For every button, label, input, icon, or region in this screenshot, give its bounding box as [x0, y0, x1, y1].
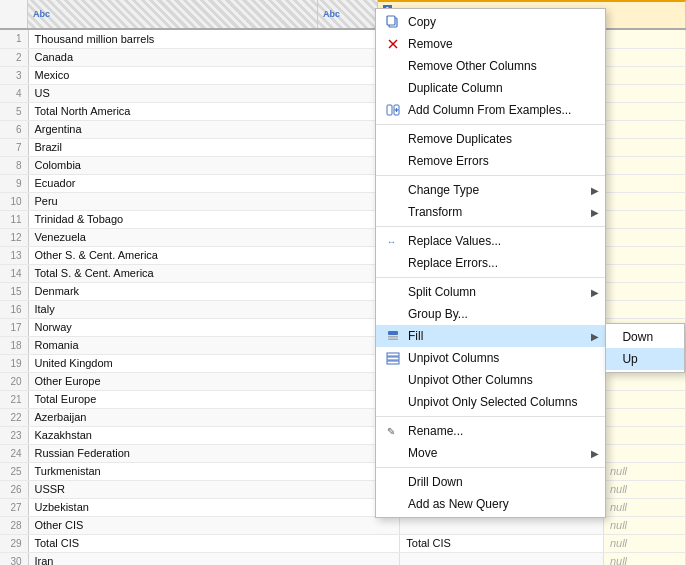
fill-submenu-arrow: ▶: [591, 331, 599, 342]
copy-label: Copy: [408, 15, 436, 29]
duplicate-column-label: Duplicate Column: [408, 81, 503, 95]
svg-rect-4: [387, 105, 392, 115]
menu-item-copy[interactable]: Copy: [376, 11, 605, 33]
svg-rect-14: [387, 361, 399, 364]
add-as-new-query-label: Add as New Query: [408, 497, 509, 511]
group-by-label: Group By...: [408, 307, 468, 321]
menu-separator: [376, 226, 605, 227]
col3-cell: [603, 192, 685, 210]
menu-item-unpivot-other-columns[interactable]: Unpivot Other Columns: [376, 369, 605, 391]
menu-separator: [376, 175, 605, 176]
col3-cell: [603, 282, 685, 300]
row-number: 24: [0, 444, 28, 462]
menu-item-remove[interactable]: Remove: [376, 33, 605, 55]
col1-cell: Venezuela: [28, 228, 400, 246]
col3-cell: [603, 228, 685, 246]
row-number: 6: [0, 120, 28, 138]
menu-item-add-as-new-query[interactable]: Add as New Query: [376, 493, 605, 515]
col1-cell: Trinidad & Tobago: [28, 210, 400, 228]
row-number: 4: [0, 84, 28, 102]
transform-submenu-arrow: ▶: [591, 207, 599, 218]
col3-cell: null: [603, 480, 685, 498]
fill-submenu-item-fill-up[interactable]: Up: [606, 348, 684, 370]
remove-errors-icon: [384, 154, 402, 168]
col3-cell: [603, 120, 685, 138]
transform-label: Transform: [408, 205, 462, 219]
menu-item-group-by[interactable]: Group By...: [376, 303, 605, 325]
row-number: 12: [0, 228, 28, 246]
col1-cell: Argentina: [28, 120, 400, 138]
col1-cell: Azerbaijan: [28, 408, 400, 426]
menu-item-duplicate-column[interactable]: Duplicate Column: [376, 77, 605, 99]
copy-icon: [384, 15, 402, 29]
col1-cell: Romania: [28, 336, 400, 354]
row-number: 10: [0, 192, 28, 210]
col3-cell: [603, 372, 685, 390]
drill-down-label: Drill Down: [408, 475, 463, 489]
col3-cell: [603, 138, 685, 156]
row-number: 3: [0, 66, 28, 84]
fill-icon: [384, 329, 402, 343]
svg-text:✎: ✎: [387, 426, 395, 437]
menu-item-change-type[interactable]: Change Type▶: [376, 179, 605, 201]
menu-item-remove-errors[interactable]: Remove Errors: [376, 150, 605, 172]
col1-cell: USSR: [28, 480, 400, 498]
fill-submenu: DownUp: [605, 323, 685, 373]
svg-rect-9: [388, 331, 398, 335]
group-by-icon: [384, 307, 402, 321]
menu-item-fill[interactable]: Fill▶DownUp: [376, 325, 605, 347]
menu-item-add-column-from-examples[interactable]: Add Column From Examples...: [376, 99, 605, 121]
fill-submenu-item-fill-down[interactable]: Down: [606, 326, 684, 348]
col1-cell: US: [28, 84, 400, 102]
col3-cell: null: [603, 534, 685, 552]
row-number: 30: [0, 552, 28, 565]
row-number: 18: [0, 336, 28, 354]
unpivot-other-columns-label: Unpivot Other Columns: [408, 373, 533, 387]
add-as-new-query-icon: [384, 497, 402, 511]
col1-cell: Ecuador: [28, 174, 400, 192]
col3-cell: [603, 426, 685, 444]
menu-item-move[interactable]: Move▶: [376, 442, 605, 464]
col3-cell: [603, 444, 685, 462]
col2-header[interactable]: Abc: [318, 0, 378, 28]
svg-text:↔: ↔: [387, 237, 396, 247]
col1-cell: Other Europe: [28, 372, 400, 390]
menu-item-rename[interactable]: ✎Rename...: [376, 420, 605, 442]
context-menu: CopyRemoveRemove Other ColumnsDuplicate …: [375, 8, 606, 518]
add-column-from-examples-icon: [384, 103, 402, 117]
menu-separator: [376, 124, 605, 125]
row-number: 14: [0, 264, 28, 282]
menu-item-unpivot-columns[interactable]: Unpivot Columns: [376, 347, 605, 369]
col3-cell: [603, 156, 685, 174]
col3-cell: [603, 210, 685, 228]
menu-item-replace-values[interactable]: ↔Replace Values...: [376, 230, 605, 252]
row-number: 16: [0, 300, 28, 318]
col3-cell: [603, 246, 685, 264]
col3-cell: [603, 66, 685, 84]
row-number: 15: [0, 282, 28, 300]
menu-item-remove-other-columns[interactable]: Remove Other Columns: [376, 55, 605, 77]
move-icon: [384, 446, 402, 460]
remove-label: Remove: [408, 37, 453, 51]
move-label: Move: [408, 446, 437, 460]
change-type-icon: [384, 183, 402, 197]
menu-item-transform[interactable]: Transform▶: [376, 201, 605, 223]
unpivot-columns-icon: [384, 351, 402, 365]
menu-item-replace-errors[interactable]: Replace Errors...: [376, 252, 605, 274]
unpivot-other-columns-icon: [384, 373, 402, 387]
svg-rect-13: [387, 357, 399, 360]
col3-cell: [603, 174, 685, 192]
menu-item-drill-down[interactable]: Drill Down: [376, 471, 605, 493]
menu-item-split-column[interactable]: Split Column▶: [376, 281, 605, 303]
unpivot-columns-label: Unpivot Columns: [408, 351, 499, 365]
col3-cell: null: [603, 462, 685, 480]
table-row: 28Other CISnull: [0, 516, 686, 534]
menu-item-unpivot-only-selected[interactable]: Unpivot Only Selected Columns: [376, 391, 605, 413]
row-number: 13: [0, 246, 28, 264]
row-number: 28: [0, 516, 28, 534]
col2-cell: [400, 552, 604, 565]
menu-item-remove-duplicates[interactable]: Remove Duplicates: [376, 128, 605, 150]
col1-cell: Other S. & Cent. America: [28, 246, 400, 264]
col1-header[interactable]: Abc: [28, 0, 318, 28]
row-number: 1: [0, 30, 28, 48]
